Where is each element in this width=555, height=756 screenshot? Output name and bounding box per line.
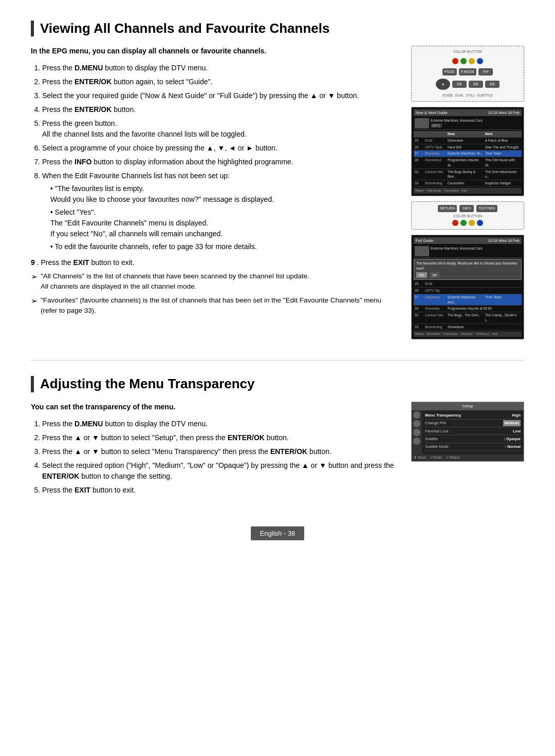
setup-menu-footer: ⬆ Move ⏎ Enter ↩ Return [412, 455, 524, 461]
step-5: Press the green button.All the channel l… [42, 118, 396, 140]
thumb-1 [415, 118, 429, 128]
menu-icon-1 [413, 411, 420, 419]
still-label: STILL [466, 93, 475, 98]
step-1: Press the D.MENU button to display the D… [42, 63, 396, 73]
screen-title-bar-1: Now & Next Guide 13:28 Wed 18 Feb [414, 109, 522, 116]
return-label: ↩ Return [446, 455, 460, 460]
menu-item-transparency: Menu Transparency High [425, 412, 521, 420]
eb-btn-2: EB [469, 81, 483, 88]
pin-value-medium: Medium [503, 420, 521, 426]
page-footer: English - 38 [31, 521, 524, 541]
prog-title-2: Extreme Machines: Armoured Cars [431, 246, 483, 256]
subtitle-value: : Opaque [504, 436, 521, 442]
section1-title: Viewing All Channels and Favourite Chann… [31, 21, 524, 36]
full-row-26: 26UKTV Sty. [414, 288, 522, 294]
blue-button [477, 58, 483, 64]
footer-badge: English - 38 [251, 526, 305, 541]
step8-bullet-1: "The favourites list is empty.Would you … [50, 183, 396, 205]
s2-step-1: Press the D.MENU button to display the D… [42, 419, 396, 429]
prog-title-1: Extreme Machines: Armoured CarsINFO [431, 118, 483, 128]
yellow-button [469, 58, 475, 64]
section1-content: In the EPG menu, you can display all cha… [31, 46, 396, 339]
full-row-28: 28DiscoveryProgrammes resume at 06:00 [414, 306, 522, 312]
eb-btn-1: EB [452, 81, 467, 88]
note-2-text: "Favourites" (favourite channels) is the… [41, 295, 396, 316]
no-btn: No [430, 272, 439, 278]
screen-title-bar-2: Full Guide 13:28 Wed 18 Feb [414, 237, 522, 244]
arrow-icon-1: ➢ [31, 271, 38, 282]
screen-footer-2: Watch Now/Next Favourites 24Hours +24Hou… [414, 331, 522, 337]
full-guide-screen: Full Guide 13:28 Wed 18 Feb Extreme Mach… [411, 235, 524, 340]
arrow-icon-2: ➢ [31, 295, 38, 307]
s2-step-3: Press the ▲ or ▼ button to select "Menu … [42, 446, 396, 457]
green-btn-2 [460, 220, 467, 226]
setup-menu-body: Menu Transparency High Change PIN Medium… [412, 410, 524, 455]
step-2: Press the ENTER/OK button again, to sele… [42, 77, 396, 87]
section1-intro: In the EPG menu, you can display all cha… [31, 46, 396, 56]
parental-value: Low [513, 428, 521, 434]
screen-row-33: 33BoomerangCauseotwnInspector Gadget [414, 180, 522, 187]
step-3: Select the your required guide ("Now & N… [42, 90, 396, 101]
move-label: ⬆ Move [414, 455, 426, 460]
remote-control-1: COLOR BUTTON PSIZE P.MODE PIP ● EB EB EB [411, 46, 524, 102]
textmix-btn: TEXT/MIX [476, 205, 497, 213]
parental-label: Parental Lock [425, 428, 449, 434]
section1-steps: Press the D.MENU button to display the D… [31, 63, 396, 252]
dialog-buttons: Yes No [416, 272, 519, 278]
now-next-guide-screen: Now & Next Guide 13:28 Wed 18 Feb Extrem… [411, 107, 524, 196]
step-4: Press the ENTER/OK button. [42, 104, 396, 115]
favourites-dialog: The favourites list is empty. Would you … [414, 259, 522, 280]
screen-row-25: 25ECMDimensionA Patch of Blue [414, 138, 522, 144]
color-button-label: COLOR BUTTON [453, 49, 482, 55]
section2-content: You can set the transparency of the menu… [31, 402, 396, 501]
step-8: When the Edit Favourite Channels list ha… [42, 171, 396, 252]
subtitle-mode-value: : Normal [505, 444, 521, 449]
red-button [452, 58, 458, 64]
screen-row-27: 27DiscoveryExtreme Machines: Ar..Time Te… [414, 150, 522, 157]
section2-steps: Press the D.MENU button to display the D… [31, 419, 396, 496]
full-row-25: 25ECM [414, 281, 522, 288]
yes-btn: Yes [416, 272, 427, 278]
menu-icon-2 [413, 420, 420, 427]
note-1: ➢ "All Channels" is the list of channels… [31, 271, 396, 292]
section-divider [31, 360, 524, 361]
subtitle-label: SUBTITLE [477, 93, 493, 98]
info-btn-group: INFO [459, 205, 474, 213]
screen-row-52: 52Cartoon Net.The Bugs Bunny & Bea..The … [414, 169, 522, 181]
dual-label: DUAL [455, 93, 464, 98]
step8-bullet-2: Select "Yes".The "Edit Favourite Channel… [50, 207, 396, 239]
transparency-label: Menu Transparency [425, 412, 461, 418]
transparency-value-high: High [512, 412, 521, 418]
screen-header-info-1: Extreme Machines: Armoured CarsINFO [414, 117, 522, 130]
screen-date-1: 13:28 Wed 18 Feb [488, 110, 520, 116]
eb-btn-3: EB [485, 81, 499, 88]
step-9: 9 . Press the EXIT button to exit. [31, 257, 396, 268]
step8-bullet-3: To edit the favourite channels, refer to… [50, 241, 396, 252]
setup-menu-title: Setup [412, 402, 524, 410]
screen-title-1: Now & Next Guide [416, 110, 448, 116]
step8-bullets: "The favourites list is empty.Would you … [42, 183, 396, 252]
step-7: Press the INFO button to display informa… [42, 157, 396, 167]
pip-btn: PIP [478, 68, 493, 76]
screen-title-2: Full Guide [416, 238, 433, 243]
yellow-btn-2 [469, 220, 475, 226]
menu-item-parental: Parental Lock Low [425, 427, 521, 435]
info-btn: INFO [459, 205, 474, 213]
full-row-52: 52Cartoon Net.The Bugs.. The Grim..The C… [414, 312, 522, 324]
s2-step-4: Select the required option ("High", "Med… [42, 460, 396, 482]
screen-footer-1: Watch Full Guide Favourites Exit [414, 188, 522, 194]
screen-header-info-2: Extreme Machines: Armoured Cars [414, 245, 522, 258]
thumb-2 [415, 246, 429, 256]
blue-btn-2 [477, 220, 483, 226]
remote-control-2: RETURN INFO TEXT/MIX COLOR BUTTON [411, 201, 524, 230]
guide-label: GUIDE [442, 93, 453, 98]
menu-item-pin: Change PIN Medium [425, 420, 521, 427]
setup-menu-icons [412, 410, 422, 455]
screen-row-28: 28Discovery2Programmes resume at..This O… [414, 157, 522, 169]
note-1-text: "All Channels" is the list of channels t… [41, 271, 309, 292]
s2-step-5: Press the EXIT button to exit. [42, 485, 396, 496]
menu-item-subtitle-mode: Subtitle Mode : Normal [425, 443, 521, 451]
setup-menu-display: Setup Menu Transparency High [411, 402, 524, 462]
return-btn: RETURN [438, 205, 457, 213]
section-viewing-channels: Viewing All Channels and Favourite Chann… [31, 21, 524, 339]
